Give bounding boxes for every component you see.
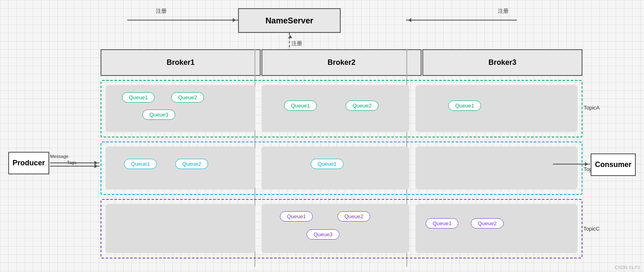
consumer-arrow xyxy=(553,164,590,165)
broker1-topicC-cell xyxy=(105,204,255,253)
topicA-b2-q2: Queue2 xyxy=(346,101,378,111)
topicA-b2-q1: Queue1 xyxy=(284,101,317,111)
ns-right-label: 注册 xyxy=(498,7,509,15)
broker3-topicC-cell: Queue1 Queue2 xyxy=(415,204,578,253)
topicA-b3-q1: Queue1 xyxy=(448,101,481,111)
topicC-b2-q2: Queue2 xyxy=(337,211,370,222)
topicC-label: TopicC xyxy=(583,226,600,232)
topicC-b3-q2: Queue2 xyxy=(471,218,504,229)
topicB-b1-q1: Queue1 xyxy=(124,159,157,169)
topic-a-outline: Queue1 Queue2 Queue3 Queue1 Queue2 Queue… xyxy=(101,80,582,137)
broker1-topicA-cell: Queue1 Queue2 Queue3 xyxy=(105,85,255,132)
broker3-box: Broker3 xyxy=(422,49,582,76)
ns-up-label: 注册 xyxy=(291,40,302,47)
topicA-label: TopicA xyxy=(584,105,600,111)
topicB-b2-q1: Queue1 xyxy=(311,159,344,169)
topicC-b2-q3: Queue3 xyxy=(307,229,339,240)
broker1-box: Broker1 xyxy=(101,49,261,76)
topic-c-outline: Queue1 Queue2 Queue3 Queue1 Queue2 xyxy=(101,199,582,258)
producer-arrow-bottom-head xyxy=(94,164,100,168)
producer-box: Producer xyxy=(8,152,49,174)
topicB-b1-q2: Queue2 xyxy=(175,159,208,169)
broker2-topicB-cell: Queue1 xyxy=(261,146,409,190)
broker1-topicB-cell: Queue1 Queue2 xyxy=(105,146,255,190)
topicA-b1-q2: Queue2 xyxy=(171,92,204,103)
broker2-box: Broker2 xyxy=(261,49,422,76)
ns-left-arrow xyxy=(127,20,238,21)
topicA-b1-q3: Queue3 xyxy=(142,110,175,120)
diagram: NameServer 注册 注册 注册 Broker1 Broker2 Brok… xyxy=(0,0,644,272)
broker2-topicA-cell: Queue1 Queue2 xyxy=(261,85,409,132)
consumer-box: Consumer xyxy=(591,153,636,176)
watermark: CSDN ©LF3 xyxy=(615,265,640,270)
ns-left-label: 注册 xyxy=(156,7,167,15)
topicC-b2-q1: Queue1 xyxy=(280,211,313,222)
broker-row: Broker1 Broker2 Broker3 xyxy=(101,49,582,76)
ns-right-arrow xyxy=(406,20,517,21)
topic-b-outline: Queue1 Queue2 Queue1 xyxy=(101,142,582,195)
producer-arrow-bottom xyxy=(50,166,99,167)
consumer-arrow-head xyxy=(585,162,590,166)
topicC-b3-q1: Queue1 xyxy=(426,218,458,229)
nameserver-label: NameServer xyxy=(266,16,314,25)
broker3-topicA-cell: Queue1 xyxy=(415,85,578,132)
nameserver-box: NameServer xyxy=(238,8,341,33)
producer-arrow-top xyxy=(50,162,99,163)
producer-label: Producer xyxy=(12,159,45,167)
producer-message-label: Message xyxy=(50,154,69,159)
broker2-topicC-cell: Queue1 Queue2 Queue3 xyxy=(261,204,409,253)
consumer-label: Consumer xyxy=(595,160,631,169)
broker3-topicB-cell xyxy=(415,146,578,190)
topicA-b1-q1: Queue1 xyxy=(122,92,155,103)
